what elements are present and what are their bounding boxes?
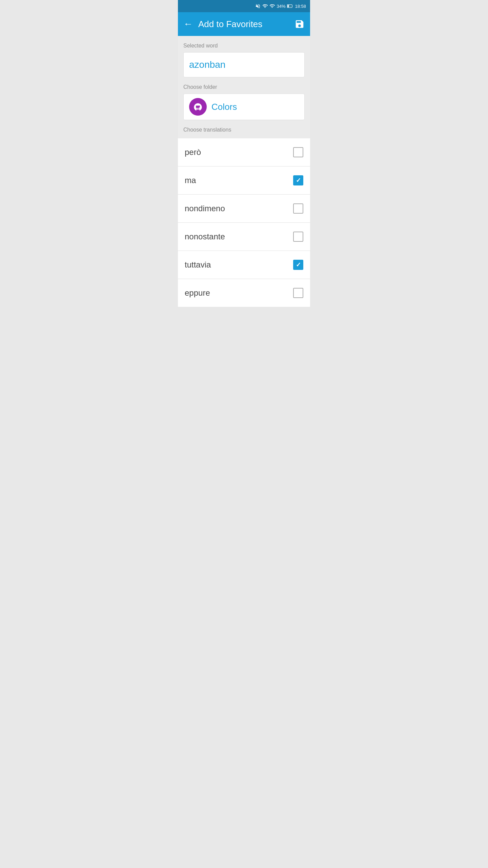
time-text: 18:58 [295, 4, 306, 9]
list-item[interactable]: tuttavia [178, 251, 310, 279]
app-bar-left: ← Add to Favorites [183, 19, 262, 29]
folder-icon [189, 98, 207, 116]
folder-name-text: Colors [211, 102, 237, 112]
translation-text: ma [185, 176, 196, 185]
translation-checkbox[interactable] [293, 260, 303, 270]
back-button[interactable]: ← [183, 19, 193, 29]
translation-text: tuttavia [185, 260, 211, 270]
page-title: Add to Favorites [198, 19, 262, 29]
svg-rect-1 [288, 5, 289, 7]
status-icons: 34% 18:58 [255, 3, 306, 9]
translation-text: nonostante [185, 232, 225, 241]
translation-text: però [185, 147, 201, 157]
translation-text: nondimeno [185, 204, 225, 213]
list-item[interactable]: ma [178, 166, 310, 195]
wifi-icon [262, 3, 268, 9]
list-item[interactable]: nondimeno [178, 195, 310, 223]
list-item[interactable]: eppure [178, 279, 310, 307]
selected-word-label: Selected word [183, 43, 305, 49]
battery-text: 34% [277, 4, 285, 9]
battery-icon [287, 4, 293, 8]
translation-checkbox[interactable] [293, 203, 303, 214]
mute-icon [255, 3, 261, 9]
selected-word-input[interactable] [183, 52, 305, 77]
translation-text: eppure [185, 288, 210, 298]
choose-folder-label: Choose folder [183, 84, 305, 90]
content-section: Selected word Choose folder Colors Choos… [178, 36, 310, 138]
translation-checkbox[interactable] [293, 232, 303, 242]
status-bar: 34% 18:58 [178, 0, 310, 12]
palette-icon [193, 102, 203, 112]
save-button[interactable] [294, 19, 305, 29]
folder-selector[interactable]: Colors [183, 94, 305, 120]
app-bar: ← Add to Favorites [178, 12, 310, 36]
translation-checkbox[interactable] [293, 288, 303, 298]
list-item[interactable]: nonostante [178, 223, 310, 251]
translation-checkbox[interactable] [293, 175, 303, 185]
choose-translations-label: Choose translations [183, 125, 305, 133]
translations-list: peròmanondimenononostantetuttaviaeppure [178, 138, 310, 307]
translation-checkbox[interactable] [293, 147, 303, 157]
list-item[interactable]: però [178, 138, 310, 166]
signal-icon [269, 3, 275, 9]
